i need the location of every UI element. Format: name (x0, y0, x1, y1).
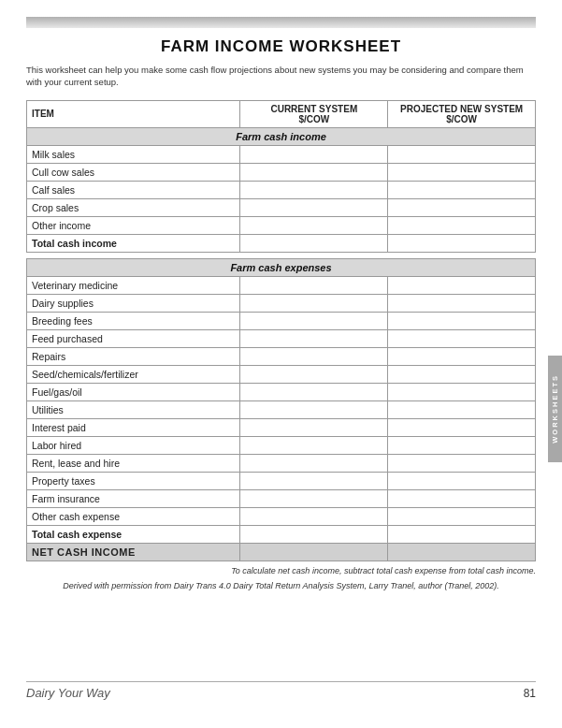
expense-projected-value (388, 400, 536, 418)
expense-data-row: Property taxes (27, 472, 536, 489)
page-title: FARM INCOME WORKSHEET (26, 37, 536, 56)
income-data-row: Calf sales (27, 181, 536, 198)
worksheet-table: ITEM CURRENT SYSTEM $/COW PROJECTED NEW … (26, 100, 536, 561)
expense-current-value (240, 294, 388, 312)
income-projected-value (388, 145, 536, 163)
net-income-current (240, 543, 388, 561)
expense-data-row: Labor hired (27, 436, 536, 454)
income-projected-value (388, 181, 536, 198)
expense-data-row: Utilities (27, 400, 536, 418)
footer: Dairy Your Way 81 (26, 681, 536, 700)
expense-projected-value (388, 436, 536, 454)
income-row-label: Other income (27, 216, 240, 234)
expense-row-label: Feed purchased (27, 329, 240, 347)
net-income-label: NET CASH INCOME (27, 543, 240, 561)
expense-total-projected (388, 525, 536, 543)
expense-projected-value (388, 276, 536, 294)
expense-data-row: Veterinary medicine (27, 276, 536, 294)
expense-row-label: Repairs (27, 347, 240, 365)
expense-total-row: Total cash expense (27, 525, 536, 543)
footer-page: 81 (524, 687, 536, 700)
expense-projected-value (388, 312, 536, 329)
derived-note: Derived with permission from Dairy Trans… (26, 581, 536, 590)
expense-row-label: Breeding fees (27, 312, 240, 329)
income-row-label: Crop sales (27, 198, 240, 216)
income-data-row: Milk sales (27, 145, 536, 163)
expense-data-row: Rent, lease and hire (27, 454, 536, 472)
income-current-value (240, 216, 388, 234)
income-total-current (240, 234, 388, 252)
expense-data-row: Dairy supplies (27, 294, 536, 312)
footer-brand: Dairy Your Way (26, 686, 110, 700)
col-header-projected: PROJECTED NEW SYSTEM $/COW (388, 100, 536, 127)
expense-current-value (240, 365, 388, 383)
income-current-value (240, 181, 388, 198)
expense-row-label: Interest paid (27, 418, 240, 436)
expense-projected-value (388, 418, 536, 436)
income-row-label: Milk sales (27, 145, 240, 163)
income-row-label: Calf sales (27, 181, 240, 198)
income-total-label: Total cash income (27, 234, 240, 252)
income-current-value (240, 198, 388, 216)
gap-row (27, 252, 536, 258)
expense-row-label: Rent, lease and hire (27, 454, 240, 472)
expense-projected-value (388, 507, 536, 525)
expense-projected-value (388, 489, 536, 507)
income-current-value (240, 145, 388, 163)
expense-current-value (240, 489, 388, 507)
worksheets-side-tab: WORKSHEETS (548, 356, 562, 462)
expense-total-label: Total cash expense (27, 525, 240, 543)
top-bar (26, 17, 536, 28)
income-total-projected (388, 234, 536, 252)
expense-current-value (240, 472, 388, 489)
expense-row-label: Other cash expense (27, 507, 240, 525)
expense-projected-value (388, 294, 536, 312)
expense-data-row: Fuel/gas/oil (27, 383, 536, 400)
page-container: FARM INCOME WORKSHEET This worksheet can… (0, 0, 562, 728)
expense-data-row: Seed/chemicals/fertilizer (27, 365, 536, 383)
intro-text: This worksheet can help you make some ca… (26, 64, 536, 89)
worksheets-label: WORKSHEETS (551, 374, 559, 444)
expense-row-label: Labor hired (27, 436, 240, 454)
expense-current-value (240, 312, 388, 329)
expense-current-value (240, 383, 388, 400)
income-section-header: Farm cash income (27, 127, 536, 145)
expense-current-value (240, 507, 388, 525)
income-projected-value (388, 216, 536, 234)
expense-projected-value (388, 383, 536, 400)
expense-current-value (240, 347, 388, 365)
expense-row-label: Fuel/gas/oil (27, 383, 240, 400)
income-projected-value (388, 163, 536, 181)
expense-current-value (240, 418, 388, 436)
expense-data-row: Repairs (27, 347, 536, 365)
income-data-row: Other income (27, 216, 536, 234)
net-income-row: NET CASH INCOME (27, 543, 536, 561)
expense-row-label: Farm insurance (27, 489, 240, 507)
expense-current-value (240, 400, 388, 418)
expense-row-label: Veterinary medicine (27, 276, 240, 294)
expense-row-label: Dairy supplies (27, 294, 240, 312)
expense-current-value (240, 454, 388, 472)
expense-row-label: Property taxes (27, 472, 240, 489)
expense-current-value (240, 436, 388, 454)
income-data-row: Cull cow sales (27, 163, 536, 181)
expense-total-current (240, 525, 388, 543)
expense-data-row: Interest paid (27, 418, 536, 436)
expense-data-row: Farm insurance (27, 489, 536, 507)
col-header-item: ITEM (27, 100, 240, 127)
income-projected-value (388, 198, 536, 216)
income-data-row: Crop sales (27, 198, 536, 216)
expense-row-label: Utilities (27, 400, 240, 418)
expense-projected-value (388, 472, 536, 489)
expense-current-value (240, 276, 388, 294)
income-row-label: Cull cow sales (27, 163, 240, 181)
expense-data-row: Feed purchased (27, 329, 536, 347)
income-total-row: Total cash income (27, 234, 536, 252)
expense-row-label: Seed/chemicals/fertilizer (27, 365, 240, 383)
expense-projected-value (388, 329, 536, 347)
expense-current-value (240, 329, 388, 347)
expense-data-row: Breeding fees (27, 312, 536, 329)
income-current-value (240, 163, 388, 181)
calculation-note: To calculate net cash income, subtract t… (26, 566, 536, 575)
expense-section-header: Farm cash expenses (27, 258, 536, 276)
